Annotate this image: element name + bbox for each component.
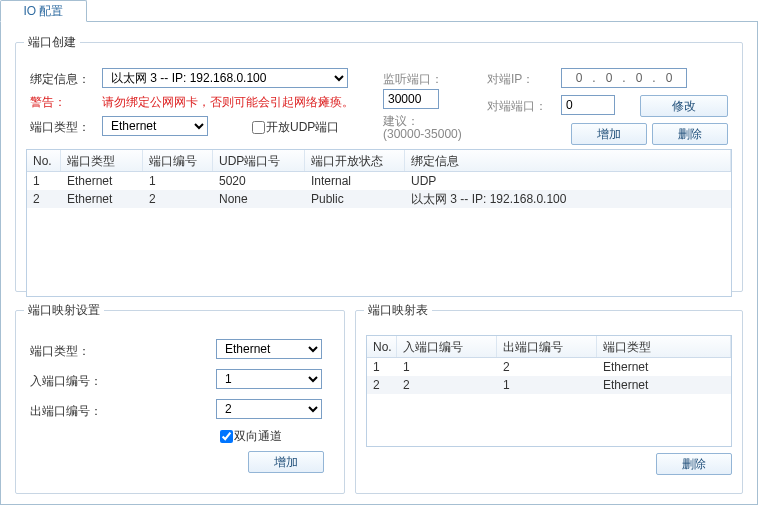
select-out-port[interactable]: 2	[216, 399, 322, 419]
label-bind-info: 绑定信息：	[30, 71, 90, 88]
label-advice-range: (30000-35000)	[383, 127, 462, 141]
mcol-no: No.	[367, 336, 397, 357]
button-modify[interactable]: 修改	[640, 95, 728, 117]
table-ports[interactable]: No. 端口类型 端口编号 UDP端口号 端口开放状态 绑定信息 1 Ether…	[26, 149, 732, 297]
button-add-mapping[interactable]: 增加	[248, 451, 324, 473]
checkbox-open-udp[interactable]	[252, 121, 265, 134]
fieldset-port-create: 端口创建 绑定信息： 以太网 3 -- IP: 192.168.0.100 警告…	[15, 34, 743, 292]
text-warning: 请勿绑定公网网卡，否则可能会引起网络瘫痪。	[102, 94, 354, 111]
fieldset-port-map-table: 端口映射表 No. 入端口编号 出端口编号 端口类型 1 1 2 Etherne…	[355, 302, 743, 494]
legend-map-table: 端口映射表	[364, 302, 432, 319]
mcol-type: 端口类型	[597, 336, 731, 357]
peer-ip-1: 0	[596, 71, 622, 85]
col-no: No.	[27, 150, 61, 171]
table-row[interactable]: 1 Ethernet 1 5020 Internal UDP	[27, 172, 731, 190]
button-add-port[interactable]: 增加	[571, 123, 647, 145]
checkbox-bidirectional[interactable]	[220, 430, 233, 443]
table-row[interactable]: 2 Ethernet 2 None Public 以太网 3 -- IP: 19…	[27, 190, 731, 208]
mcol-out: 出端口编号	[497, 336, 597, 357]
io-config-panel: 端口创建 绑定信息： 以太网 3 -- IP: 192.168.0.100 警告…	[0, 21, 758, 505]
table-mapping-body: 1 1 2 Ethernet 2 2 1 Ethernet	[367, 358, 731, 394]
label-peer-port: 对端端口：	[487, 98, 547, 115]
label-map-port-type: 端口类型：	[30, 343, 90, 360]
select-bind-info[interactable]: 以太网 3 -- IP: 192.168.0.100	[102, 68, 348, 88]
select-map-port-type[interactable]: Ethernet	[216, 339, 322, 359]
table-ports-body: 1 Ethernet 1 5020 Internal UDP 2 Etherne…	[27, 172, 731, 208]
peer-ip-0: 0	[566, 71, 592, 85]
table-row[interactable]: 1 1 2 Ethernet	[367, 358, 731, 376]
legend-port-create: 端口创建	[24, 34, 80, 51]
label-bidirectional: 双向通道	[234, 428, 282, 445]
label-listen-port: 监听端口：	[383, 71, 443, 88]
select-in-port[interactable]: 1	[216, 369, 322, 389]
button-delete-mapping[interactable]: 删除	[656, 453, 732, 475]
input-peer-ip[interactable]: 0. 0. 0. 0	[561, 68, 687, 88]
peer-ip-3: 0	[656, 71, 682, 85]
table-mapping-header: No. 入端口编号 出端口编号 端口类型	[367, 336, 731, 358]
col-udp-port: UDP端口号	[213, 150, 305, 171]
label-out-port: 出端口编号：	[30, 403, 102, 420]
input-listen-port[interactable]	[383, 89, 439, 109]
mcol-in: 入端口编号	[397, 336, 497, 357]
select-port-type[interactable]: Ethernet	[102, 116, 208, 136]
table-mapping[interactable]: No. 入端口编号 出端口编号 端口类型 1 1 2 Ethernet 2 2 …	[366, 335, 732, 447]
button-delete-port[interactable]: 删除	[652, 123, 728, 145]
label-in-port: 入端口编号：	[30, 373, 102, 390]
label-warning: 警告：	[30, 94, 66, 111]
legend-map-config: 端口映射设置	[24, 302, 104, 319]
label-peer-ip: 对端IP：	[487, 71, 534, 88]
tab-io-config[interactable]: IO 配置	[0, 0, 87, 22]
col-port-id: 端口编号	[143, 150, 213, 171]
table-ports-header: No. 端口类型 端口编号 UDP端口号 端口开放状态 绑定信息	[27, 150, 731, 172]
label-port-type: 端口类型：	[30, 119, 90, 136]
table-row[interactable]: 2 2 1 Ethernet	[367, 376, 731, 394]
col-bind-info: 绑定信息	[405, 150, 731, 171]
input-peer-port[interactable]	[561, 95, 615, 115]
fieldset-port-map-config: 端口映射设置 端口类型： Ethernet 入端口编号： 1 出端口编号： 2 …	[15, 302, 345, 494]
peer-ip-2: 0	[626, 71, 652, 85]
label-open-udp: 开放UDP端口	[266, 119, 339, 136]
col-port-type: 端口类型	[61, 150, 143, 171]
col-open-state: 端口开放状态	[305, 150, 405, 171]
